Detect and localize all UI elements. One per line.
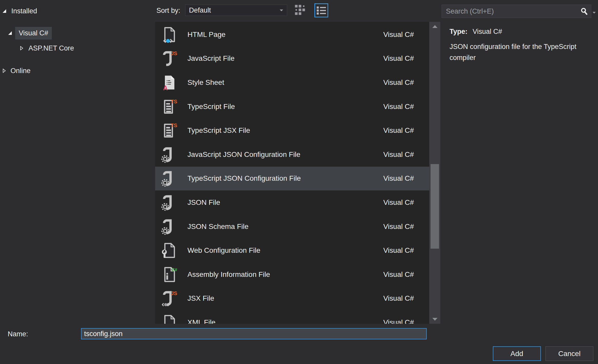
- template-name: TypeScript JSON Configuration File: [187, 174, 301, 183]
- xml-file-icon: [161, 314, 178, 324]
- search-options-chevron-icon[interactable]: [592, 10, 596, 15]
- tree-item-label-selected: Visual C#: [15, 27, 52, 39]
- template-language: Visual C#: [383, 294, 414, 302]
- template-language: Visual C#: [383, 318, 414, 324]
- template-name: HTML Page: [187, 31, 225, 39]
- scroll-up-icon[interactable]: [429, 22, 440, 31]
- typescript-json-configuration-file-icon: [161, 170, 178, 187]
- tree-item-online[interactable]: Online: [2, 64, 31, 78]
- template-language: Visual C#: [383, 174, 414, 183]
- svg-text:JS: JS: [171, 50, 177, 56]
- list-icon: [317, 6, 326, 15]
- template-list-item[interactable]: JavaScript JSON Configuration File Visua…: [155, 143, 429, 167]
- search-input[interactable]: Search (Ctrl+E): [442, 5, 591, 18]
- jsx-file-icon: JS: [161, 290, 178, 307]
- sort-by-label: Sort by:: [156, 7, 180, 15]
- template-list-item[interactable]: HTML Page Visual C#: [155, 23, 429, 47]
- template-list-item[interactable]: JS JavaScript File Visual C#: [155, 47, 429, 71]
- template-list-item[interactable]: TS TypeScript JSX File Visual C#: [155, 118, 429, 143]
- template-list-item[interactable]: A Style Sheet Visual C#: [155, 70, 429, 95]
- search-icon[interactable]: [580, 7, 588, 15]
- template-language: Visual C#: [383, 126, 414, 135]
- template-name: TypeScript JSX File: [187, 126, 250, 135]
- javascript-json-configuration-file-icon: [161, 146, 178, 163]
- template-list-item[interactable]: TS TypeScript File Visual C#: [155, 95, 429, 119]
- svg-text:TS: TS: [171, 123, 177, 128]
- expanded-triangle-icon[interactable]: [8, 31, 12, 35]
- template-list-item[interactable]: TypeScript JSON Configuration File Visua…: [155, 167, 429, 191]
- svg-text:TS: TS: [171, 99, 177, 104]
- assembly-information-file-icon: C#: [161, 266, 178, 283]
- typescript-jsx-file-icon: TS: [161, 122, 178, 139]
- tree-item-visual-csharp[interactable]: Visual C#: [8, 26, 52, 40]
- template-name: JavaScript File: [187, 54, 235, 63]
- tree-item-label: Installed: [11, 7, 37, 15]
- collapsed-triangle-icon[interactable]: [2, 68, 6, 73]
- template-description: JSON configuration file for the TypeScri…: [450, 41, 597, 63]
- tree-item-label: Online: [11, 67, 31, 75]
- cancel-button-label: Cancel: [558, 350, 581, 358]
- search-placeholder: Search (Ctrl+E): [446, 7, 580, 15]
- template-list-item[interactable]: JSON File Visual C#: [155, 190, 429, 215]
- tree-item-label: ASP.NET Core: [28, 44, 74, 52]
- template-language: Visual C#: [383, 223, 414, 231]
- template-list-item[interactable]: JS JSX File Visual C#: [155, 287, 429, 311]
- name-label: Name:: [8, 330, 28, 338]
- template-list: HTML Page Visual C# JS JavaScript File V…: [155, 22, 440, 324]
- template-name: JSON File: [187, 198, 220, 207]
- template-name: TypeScript File: [187, 103, 235, 111]
- html-page-icon: [161, 26, 178, 43]
- template-list-item[interactable]: Web Configuration File Visual C#: [155, 238, 429, 262]
- svg-text:A: A: [163, 84, 168, 91]
- scroll-down-icon[interactable]: [429, 315, 440, 324]
- javascript-file-icon: JS: [161, 50, 178, 67]
- collapsed-triangle-icon[interactable]: [19, 46, 24, 50]
- list-view-button[interactable]: [314, 3, 328, 17]
- template-language: Visual C#: [383, 54, 414, 63]
- template-name: Web Configuration File: [187, 246, 260, 255]
- template-rows: HTML Page Visual C# JS JavaScript File V…: [155, 23, 429, 324]
- template-language: Visual C#: [383, 246, 414, 255]
- typescript-file-icon: TS: [161, 98, 178, 115]
- scrollbar-thumb[interactable]: [431, 164, 439, 249]
- template-name: Assembly Information File: [187, 270, 270, 279]
- template-name: JSX File: [187, 294, 214, 302]
- template-list-item[interactable]: JSON Schema File Visual C#: [155, 215, 429, 239]
- list-scrollbar[interactable]: [429, 22, 440, 324]
- template-name: JSON Schema File: [187, 223, 248, 231]
- type-value: Visual C#: [473, 28, 502, 36]
- json-schema-file-icon: [161, 218, 178, 235]
- svg-text:C#: C#: [172, 267, 177, 272]
- template-language: Visual C#: [383, 31, 414, 39]
- medium-icons-view-button[interactable]: [293, 4, 308, 17]
- add-button[interactable]: Add: [493, 346, 541, 361]
- sort-by-selected-value: Default: [189, 6, 280, 14]
- template-details-pane: Type: Visual C# JSON configuration file …: [450, 28, 597, 63]
- expanded-triangle-icon[interactable]: [2, 9, 7, 13]
- template-name: Style Sheet: [187, 78, 224, 87]
- add-new-item-dialog: Installed Visual C# ASP.NET Core Online …: [0, 0, 598, 364]
- template-name: XML File: [187, 318, 215, 324]
- sort-by-dropdown[interactable]: Default: [185, 5, 287, 16]
- template-language: Visual C#: [383, 103, 414, 111]
- template-language: Visual C#: [383, 150, 414, 159]
- style-sheet-icon: A: [161, 74, 178, 91]
- cancel-button[interactable]: Cancel: [545, 346, 593, 361]
- template-language: Visual C#: [383, 198, 414, 207]
- grid-icon: [295, 5, 306, 16]
- template-list-item[interactable]: C# Assembly Information File Visual C#: [155, 262, 429, 287]
- file-name-input[interactable]: [81, 328, 427, 339]
- template-language: Visual C#: [383, 78, 414, 87]
- template-language: Visual C#: [383, 270, 414, 279]
- tree-item-installed[interactable]: Installed: [2, 4, 37, 18]
- svg-text:JS: JS: [171, 290, 177, 296]
- tree-item-aspnet-core[interactable]: ASP.NET Core: [19, 41, 74, 55]
- type-label: Type:: [450, 28, 467, 36]
- chevron-down-icon: [280, 9, 283, 12]
- template-list-item[interactable]: XML File Visual C#: [155, 310, 429, 324]
- template-name: JavaScript JSON Configuration File: [187, 150, 300, 159]
- web-configuration-file-icon: [161, 242, 178, 259]
- json-file-icon: [161, 194, 178, 211]
- add-button-label: Add: [511, 350, 523, 358]
